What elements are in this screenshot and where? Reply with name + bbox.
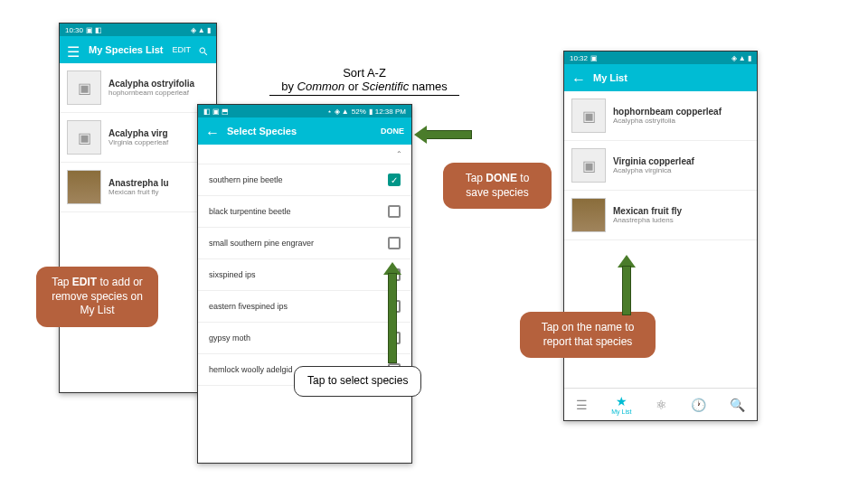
nav-share[interactable]: ⚛ bbox=[656, 398, 667, 412]
thumbnail-image bbox=[571, 198, 606, 232]
app-bar: ← My List bbox=[564, 64, 757, 91]
status-bar: ◧ ▣ ⬒ ⋆ ◈ ▲52%▮12:38 PM bbox=[198, 105, 411, 117]
list-item[interactable]: Mexican fruit flyAnastrepha ludens bbox=[564, 191, 757, 240]
signal-icon: ◈ ▲ ▮ bbox=[731, 54, 751, 62]
nav-menu[interactable]: ☰ bbox=[576, 398, 588, 412]
select-item[interactable]: sixspined ips bbox=[198, 259, 411, 291]
clock-icon: 🕐 bbox=[691, 398, 706, 412]
done-button[interactable]: DONE bbox=[381, 127, 404, 136]
edit-button[interactable]: EDIT bbox=[172, 45, 191, 54]
select-item[interactable]: eastern fivespined ips bbox=[198, 291, 411, 323]
select-list: southern pine beetle✓ black turpentine b… bbox=[198, 164, 411, 386]
nav-mylist[interactable]: ★My List bbox=[611, 394, 631, 415]
checkbox-checked-icon[interactable]: ✓ bbox=[388, 174, 401, 186]
phone-my-list: 10:32▣ ◈ ▲ ▮ ← My List ▣ hophornbeam cop… bbox=[563, 51, 758, 421]
thumbnail-placeholder-icon: ▣ bbox=[67, 70, 101, 105]
sort-annotation: Sort A-Z by Common or Scientific names bbox=[269, 66, 459, 96]
list-item[interactable]: ▣ Virginia copperleafAcalypha virginica bbox=[564, 141, 757, 191]
star-icon: ★ bbox=[616, 394, 627, 408]
back-icon[interactable]: ← bbox=[205, 125, 218, 137]
page-title: Select Species bbox=[227, 126, 381, 136]
thumbnail-placeholder-icon: ▣ bbox=[571, 148, 606, 183]
select-item[interactable]: southern pine beetle✓ bbox=[198, 164, 411, 196]
checkbox-icon[interactable] bbox=[388, 237, 401, 249]
page-title: My Species List bbox=[89, 44, 172, 55]
signal-icon: ⋆ ◈ ▲ bbox=[327, 108, 348, 116]
phone-species-list: 10:30▣ ◧ ◈ ▲ ▮ ☰ My Species List EDIT ▣ … bbox=[59, 23, 217, 393]
thumbnail-image bbox=[67, 170, 101, 204]
callout-tap-name: Tap on the name to report that species bbox=[520, 312, 656, 358]
species-list: ▣ Acalypha ostryifoliahophornbeam copper… bbox=[60, 63, 216, 212]
nav-search[interactable]: 🔍 bbox=[730, 398, 745, 412]
list-item[interactable]: ▣ Acalypha ostryifoliahophornbeam copper… bbox=[60, 63, 216, 113]
search-icon: 🔍 bbox=[730, 398, 745, 412]
signal-icon: ◈ ▲ ▮ bbox=[191, 26, 211, 34]
notification-icon: ▣ bbox=[590, 54, 598, 62]
nav-history[interactable]: 🕐 bbox=[691, 398, 706, 412]
notification-icon: ▣ ◧ bbox=[86, 26, 102, 34]
menu-icon[interactable]: ☰ bbox=[67, 43, 80, 56]
species-list: ▣ hophornbeam copperleafAcalypha ostryif… bbox=[564, 91, 757, 240]
chevron-up-icon: ⌃ bbox=[396, 150, 402, 158]
select-item[interactable]: gypsy moth bbox=[198, 323, 411, 354]
callout-tap-select: Tap to select species bbox=[294, 366, 421, 397]
notification-icon: ◧ ▣ ⬒ bbox=[203, 108, 229, 116]
search-icon[interactable] bbox=[198, 44, 209, 55]
sort-header[interactable]: ⌃ bbox=[198, 145, 411, 164]
list-item[interactable]: Anastrepha luMexican fruit fly bbox=[60, 163, 216, 212]
phone-select-species: ◧ ▣ ⬒ ⋆ ◈ ▲52%▮12:38 PM ← Select Species… bbox=[197, 104, 412, 464]
select-item[interactable]: black turpentine beetle bbox=[198, 196, 411, 228]
status-bar: 10:30▣ ◧ ◈ ▲ ▮ bbox=[60, 23, 216, 36]
back-icon[interactable]: ← bbox=[571, 71, 584, 84]
status-bar: 10:32▣ ◈ ▲ ▮ bbox=[564, 52, 757, 64]
checkbox-icon[interactable] bbox=[388, 205, 401, 218]
callout-done: Tap DONE to save species bbox=[443, 163, 552, 209]
thumbnail-placeholder-icon: ▣ bbox=[67, 120, 101, 155]
list-item[interactable]: ▣ Acalypha virgVirginia copperleaf bbox=[60, 113, 216, 163]
page-title: My List bbox=[593, 72, 750, 83]
select-item[interactable]: small southern pine engraver bbox=[198, 228, 411, 259]
bottom-nav: ☰ ★My List ⚛ 🕐 🔍 bbox=[564, 388, 757, 420]
battery-icon: ▮ bbox=[369, 108, 373, 116]
menu-icon: ☰ bbox=[576, 398, 588, 412]
app-bar: ← Select Species DONE bbox=[198, 117, 411, 145]
app-bar: ☰ My Species List EDIT bbox=[60, 36, 216, 63]
callout-edit: Tap EDIT to add or remove species on My … bbox=[36, 267, 158, 327]
thumbnail-placeholder-icon: ▣ bbox=[571, 99, 606, 133]
share-icon: ⚛ bbox=[656, 398, 667, 412]
list-item[interactable]: ▣ hophornbeam copperleafAcalypha ostryif… bbox=[564, 91, 757, 141]
